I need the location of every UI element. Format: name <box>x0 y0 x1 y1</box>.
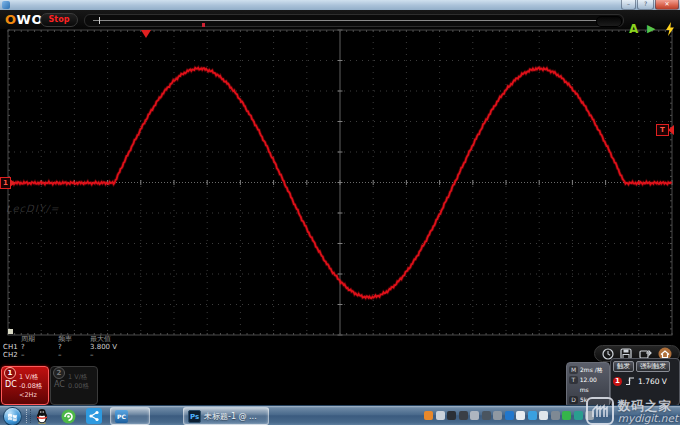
trigger-position-tick <box>202 23 205 27</box>
channel2-settings-box[interactable]: 2 AC 1 V/格 0.00格 <box>50 366 98 405</box>
channel2-number-badge: 2 <box>53 367 65 379</box>
info-row-t: T 12.00 ms <box>569 375 607 395</box>
owon-logo-o: O <box>5 12 17 27</box>
col-period: 周期 <box>21 335 58 343</box>
tray-icon-cursor[interactable] <box>539 411 548 420</box>
tray-icon-info[interactable] <box>482 411 491 420</box>
close-button[interactable]: ✕ <box>655 0 679 10</box>
rising-edge-icon <box>625 376 635 386</box>
tray-icon-white-dot[interactable] <box>516 411 525 420</box>
trigger-time-value: 12.00 ms <box>580 375 607 395</box>
tray-icon-dark1[interactable] <box>447 411 456 420</box>
share-app-icon[interactable] <box>86 408 102 424</box>
trigger-source-badge: 1 <box>613 377 622 386</box>
info-row-m: M 2ms /格 <box>569 365 607 375</box>
tray-icon-shield[interactable] <box>574 411 583 420</box>
stop-button[interactable]: Stop <box>40 13 78 27</box>
window-titlebar: – ? ✕ <box>0 0 680 10</box>
mydigit-watermark: 数码之家 mydigit.net <box>586 397 678 425</box>
channel1-number-badge: 1 <box>4 367 16 379</box>
measurement-row-ch1: CH1 ? ? 3.800 V <box>3 343 132 351</box>
col-max: 最大值 <box>90 335 132 343</box>
watermark-url: mydigit.net <box>618 413 678 424</box>
taskbar-button-photoshop[interactable]: Ps 未标题-1 @ ... <box>183 407 269 425</box>
tray-icon-wrench[interactable] <box>493 411 502 420</box>
lightning-icon[interactable] <box>665 22 675 40</box>
minimize-button[interactable]: – <box>621 0 636 10</box>
channel1-settings-box[interactable]: 1 DC 1 V/格 -0.08格 <2Hz <box>1 366 49 405</box>
360-safety-icon[interactable] <box>60 408 76 424</box>
channel1-coupling: DC <box>5 380 17 389</box>
system-tray <box>424 411 594 420</box>
autoset-button[interactable]: A <box>629 21 638 37</box>
tray-icon-dark2[interactable] <box>459 411 468 420</box>
windows-flag-icon <box>4 408 21 425</box>
slider-knob[interactable] <box>596 16 622 27</box>
help-button[interactable]: ? <box>637 0 654 10</box>
tray-icon-cloud[interactable] <box>528 411 537 420</box>
windows-taskbar: PC Ps 未标题-1 @ ... <box>0 405 680 425</box>
pc-app-icon: PC <box>115 410 128 423</box>
measurement-row-ch2: CH2 – – – <box>3 351 132 359</box>
tray-icon-sun[interactable] <box>424 411 433 420</box>
horizontal-position-slider[interactable] <box>84 14 624 27</box>
measurement-header-row: 周期 频率 最大值 <box>3 335 132 343</box>
tray-icon-green[interactable] <box>562 411 571 420</box>
slider-tick <box>99 17 100 24</box>
channel1-frequency: <2Hz <box>19 391 42 400</box>
bottom-left-indicator <box>8 329 13 334</box>
taskbar-grip <box>26 409 31 423</box>
tray-icon-move[interactable] <box>436 411 445 420</box>
photoshop-window-title: 未标题-1 @ ... <box>204 411 257 422</box>
measurement-table: 周期 频率 最大值 CH1 ? ? 3.800 V CH2 – – – <box>3 335 132 359</box>
qq-icon[interactable] <box>34 408 50 424</box>
channel2-scale: 1 V/格 <box>68 373 89 382</box>
col-frequency: 频率 <box>58 335 90 343</box>
channel2-offset: 0.00格 <box>68 382 89 391</box>
tray-icon-help[interactable] <box>505 411 514 420</box>
start-button[interactable] <box>3 407 22 425</box>
trigger-level-marker[interactable]: T <box>656 124 669 136</box>
app-header: OWON Stop A ▶ <box>0 10 680 29</box>
channel2-coupling: AC <box>54 380 65 389</box>
ch1-level-marker[interactable]: 1 <box>0 177 11 189</box>
run-button[interactable]: ▶ <box>647 21 655 37</box>
slider-track <box>93 20 597 21</box>
tray-icon-chevron[interactable] <box>551 411 560 420</box>
taskbar-button-pc[interactable]: PC <box>110 407 150 425</box>
tray-icon-keyboard[interactable] <box>470 411 479 420</box>
channel1-offset: -0.08格 <box>19 382 42 391</box>
photoshop-icon: Ps <box>188 410 201 423</box>
force-trigger-button[interactable]: 强制触发 <box>636 361 670 372</box>
channel1-scale: 1 V/格 <box>19 373 42 382</box>
mydigit-logo-icon <box>586 397 614 425</box>
trigger-button[interactable]: 触发 <box>613 361 634 372</box>
forum-watermark-text: LecDIY/= <box>6 203 60 214</box>
app-window-icon <box>2 1 10 9</box>
trigger-level-value: 1.760 V <box>638 377 667 386</box>
timebase-value: 2ms /格 <box>580 365 603 375</box>
owon-oscilloscope-app: { "colors": { "trace": "#e8111a", "grid_… <box>0 0 680 425</box>
watermark-title: 数码之家 <box>618 399 678 413</box>
